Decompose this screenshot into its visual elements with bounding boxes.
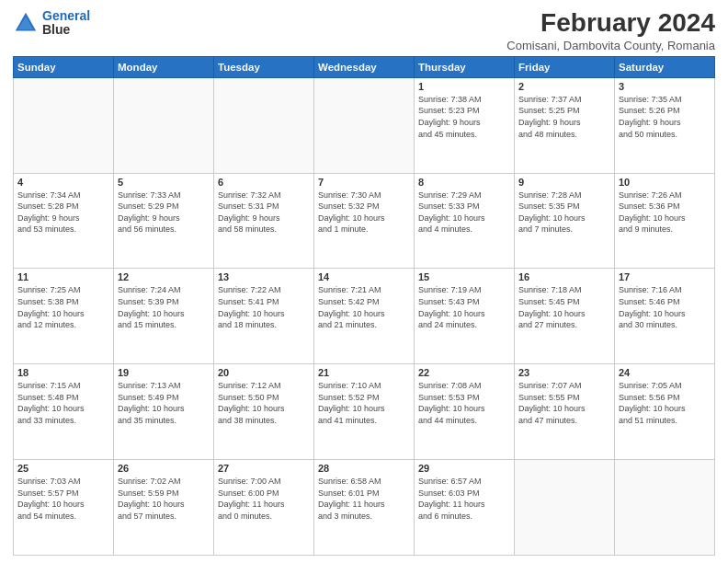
day-info: Sunrise: 7:35 AM Sunset: 5:26 PM Dayligh… — [619, 94, 711, 140]
day-info: Sunrise: 7:08 AM Sunset: 5:53 PM Dayligh… — [418, 380, 510, 426]
calendar-cell: 5Sunrise: 7:33 AM Sunset: 5:29 PM Daylig… — [114, 173, 214, 269]
day-number: 3 — [619, 81, 711, 92]
day-number: 5 — [118, 177, 210, 188]
calendar-cell: 6Sunrise: 7:32 AM Sunset: 5:31 PM Daylig… — [214, 173, 314, 269]
calendar-cell — [615, 460, 715, 556]
day-number: 6 — [218, 177, 310, 188]
week-row-1: 1Sunrise: 7:38 AM Sunset: 5:23 PM Daylig… — [14, 77, 715, 173]
day-number: 11 — [17, 271, 109, 282]
calendar-cell: 16Sunrise: 7:18 AM Sunset: 5:45 PM Dayli… — [515, 269, 615, 364]
day-info: Sunrise: 7:00 AM Sunset: 6:00 PM Dayligh… — [218, 476, 310, 522]
calendar-cell — [214, 77, 314, 173]
calendar-cell: 12Sunrise: 7:24 AM Sunset: 5:39 PM Dayli… — [114, 269, 214, 364]
day-number: 29 — [418, 463, 510, 474]
day-info: Sunrise: 7:28 AM Sunset: 5:35 PM Dayligh… — [518, 190, 610, 236]
logo-text: General Blue — [42, 9, 90, 38]
calendar-cell: 7Sunrise: 7:30 AM Sunset: 5:32 PM Daylig… — [314, 173, 415, 269]
weekday-header-tuesday: Tuesday — [214, 56, 314, 77]
day-number: 15 — [418, 271, 510, 282]
logo-icon — [13, 10, 39, 36]
day-number: 2 — [518, 81, 610, 92]
calendar-cell — [314, 77, 415, 173]
calendar-cell: 27Sunrise: 7:00 AM Sunset: 6:00 PM Dayli… — [214, 460, 314, 556]
day-number: 14 — [318, 271, 410, 282]
week-row-2: 4Sunrise: 7:34 AM Sunset: 5:28 PM Daylig… — [14, 173, 715, 269]
day-number: 26 — [118, 463, 210, 474]
calendar-cell: 19Sunrise: 7:13 AM Sunset: 5:49 PM Dayli… — [114, 364, 214, 460]
day-info: Sunrise: 6:57 AM Sunset: 6:03 PM Dayligh… — [418, 476, 510, 522]
day-info: Sunrise: 6:58 AM Sunset: 6:01 PM Dayligh… — [318, 476, 410, 522]
day-info: Sunrise: 7:38 AM Sunset: 5:23 PM Dayligh… — [418, 94, 510, 140]
calendar-cell — [14, 77, 114, 173]
weekday-header-monday: Monday — [114, 56, 214, 77]
day-info: Sunrise: 7:18 AM Sunset: 5:45 PM Dayligh… — [518, 284, 610, 330]
day-number: 22 — [418, 367, 510, 378]
day-number: 12 — [118, 271, 210, 282]
weekday-header-wednesday: Wednesday — [314, 56, 415, 77]
day-number: 20 — [218, 367, 310, 378]
day-info: Sunrise: 7:34 AM Sunset: 5:28 PM Dayligh… — [17, 190, 109, 236]
day-number: 25 — [17, 463, 109, 474]
title-block: February 2024 Comisani, Dambovita County… — [506, 9, 715, 52]
week-row-3: 11Sunrise: 7:25 AM Sunset: 5:38 PM Dayli… — [14, 269, 715, 364]
day-info: Sunrise: 7:24 AM Sunset: 5:39 PM Dayligh… — [118, 284, 210, 330]
day-number: 18 — [17, 367, 109, 378]
calendar-cell: 21Sunrise: 7:10 AM Sunset: 5:52 PM Dayli… — [314, 364, 415, 460]
calendar-cell: 15Sunrise: 7:19 AM Sunset: 5:43 PM Dayli… — [415, 269, 515, 364]
day-number: 1 — [418, 81, 510, 92]
day-info: Sunrise: 7:26 AM Sunset: 5:36 PM Dayligh… — [619, 190, 711, 236]
weekday-header-saturday: Saturday — [615, 56, 715, 77]
day-info: Sunrise: 7:16 AM Sunset: 5:46 PM Dayligh… — [619, 284, 711, 330]
day-info: Sunrise: 7:05 AM Sunset: 5:56 PM Dayligh… — [619, 380, 711, 426]
calendar-cell: 18Sunrise: 7:15 AM Sunset: 5:48 PM Dayli… — [14, 364, 114, 460]
calendar-cell: 4Sunrise: 7:34 AM Sunset: 5:28 PM Daylig… — [14, 173, 114, 269]
day-number: 13 — [218, 271, 310, 282]
day-info: Sunrise: 7:02 AM Sunset: 5:59 PM Dayligh… — [118, 476, 210, 522]
day-number: 21 — [318, 367, 410, 378]
calendar-cell: 11Sunrise: 7:25 AM Sunset: 5:38 PM Dayli… — [14, 269, 114, 364]
calendar-cell: 1Sunrise: 7:38 AM Sunset: 5:23 PM Daylig… — [415, 77, 515, 173]
calendar-cell: 17Sunrise: 7:16 AM Sunset: 5:46 PM Dayli… — [615, 269, 715, 364]
logo: General Blue — [13, 9, 90, 38]
day-info: Sunrise: 7:33 AM Sunset: 5:29 PM Dayligh… — [118, 190, 210, 236]
calendar-cell: 10Sunrise: 7:26 AM Sunset: 5:36 PM Dayli… — [615, 173, 715, 269]
calendar-cell — [114, 77, 214, 173]
calendar-cell: 3Sunrise: 7:35 AM Sunset: 5:26 PM Daylig… — [615, 77, 715, 173]
day-info: Sunrise: 7:03 AM Sunset: 5:57 PM Dayligh… — [17, 476, 109, 522]
weekday-header-row: SundayMondayTuesdayWednesdayThursdayFrid… — [14, 56, 715, 77]
day-number: 8 — [418, 177, 510, 188]
weekday-header-thursday: Thursday — [415, 56, 515, 77]
calendar-cell: 26Sunrise: 7:02 AM Sunset: 5:59 PM Dayli… — [114, 460, 214, 556]
calendar-cell: 23Sunrise: 7:07 AM Sunset: 5:55 PM Dayli… — [515, 364, 615, 460]
calendar-cell: 14Sunrise: 7:21 AM Sunset: 5:42 PM Dayli… — [314, 269, 415, 364]
calendar-cell: 24Sunrise: 7:05 AM Sunset: 5:56 PM Dayli… — [615, 364, 715, 460]
header: General Blue February 2024 Comisani, Dam… — [13, 9, 715, 52]
day-number: 24 — [619, 367, 711, 378]
calendar-cell: 28Sunrise: 6:58 AM Sunset: 6:01 PM Dayli… — [314, 460, 415, 556]
day-info: Sunrise: 7:12 AM Sunset: 5:50 PM Dayligh… — [218, 380, 310, 426]
day-info: Sunrise: 7:19 AM Sunset: 5:43 PM Dayligh… — [418, 284, 510, 330]
week-row-4: 18Sunrise: 7:15 AM Sunset: 5:48 PM Dayli… — [14, 364, 715, 460]
calendar-cell: 20Sunrise: 7:12 AM Sunset: 5:50 PM Dayli… — [214, 364, 314, 460]
weekday-header-sunday: Sunday — [14, 56, 114, 77]
day-info: Sunrise: 7:15 AM Sunset: 5:48 PM Dayligh… — [17, 380, 109, 426]
weekday-header-friday: Friday — [515, 56, 615, 77]
day-info: Sunrise: 7:25 AM Sunset: 5:38 PM Dayligh… — [17, 284, 109, 330]
calendar-table: SundayMondayTuesdayWednesdayThursdayFrid… — [13, 56, 715, 556]
main-title: February 2024 — [506, 9, 715, 38]
day-number: 10 — [619, 177, 711, 188]
day-number: 16 — [518, 271, 610, 282]
day-info: Sunrise: 7:29 AM Sunset: 5:33 PM Dayligh… — [418, 190, 510, 236]
day-number: 19 — [118, 367, 210, 378]
day-info: Sunrise: 7:22 AM Sunset: 5:41 PM Dayligh… — [218, 284, 310, 330]
week-row-5: 25Sunrise: 7:03 AM Sunset: 5:57 PM Dayli… — [14, 460, 715, 556]
day-info: Sunrise: 7:30 AM Sunset: 5:32 PM Dayligh… — [318, 190, 410, 236]
day-info: Sunrise: 7:10 AM Sunset: 5:52 PM Dayligh… — [318, 380, 410, 426]
day-info: Sunrise: 7:07 AM Sunset: 5:55 PM Dayligh… — [518, 380, 610, 426]
day-info: Sunrise: 7:13 AM Sunset: 5:49 PM Dayligh… — [118, 380, 210, 426]
calendar-cell: 2Sunrise: 7:37 AM Sunset: 5:25 PM Daylig… — [515, 77, 615, 173]
calendar-cell — [515, 460, 615, 556]
day-info: Sunrise: 7:32 AM Sunset: 5:31 PM Dayligh… — [218, 190, 310, 236]
day-number: 17 — [619, 271, 711, 282]
calendar-cell: 29Sunrise: 6:57 AM Sunset: 6:03 PM Dayli… — [415, 460, 515, 556]
